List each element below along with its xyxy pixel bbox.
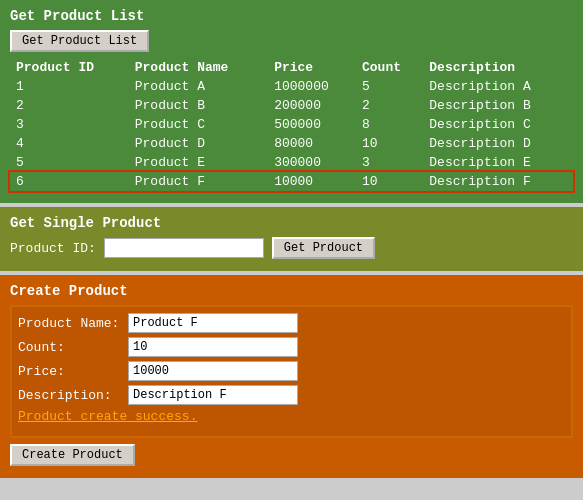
form-label: Product Name: — [18, 316, 128, 331]
form-row: Description: — [18, 385, 565, 405]
form-row: Product Name: — [18, 313, 565, 333]
col-header-id: Product ID — [10, 58, 129, 77]
col-header-price: Price — [268, 58, 356, 77]
form-label: Count: — [18, 340, 128, 355]
form-input-description[interactable] — [128, 385, 298, 405]
form-label: Description: — [18, 388, 128, 403]
table-row: 4Product D8000010Description D — [10, 134, 573, 153]
col-header-description: Description — [423, 58, 573, 77]
form-label: Price: — [18, 364, 128, 379]
get-product-list-button[interactable]: Get Product List — [10, 30, 149, 52]
product-id-label: Product ID: — [10, 241, 96, 256]
table-row: 3Product C5000008Description C — [10, 115, 573, 134]
get-product-button[interactable]: Get Prdouct — [272, 237, 375, 259]
get-product-list-section: Get Product List Get Product List Produc… — [0, 0, 583, 203]
get-product-list-title: Get Product List — [10, 8, 573, 24]
product-table: Product ID Product Name Price Count Desc… — [10, 58, 573, 191]
col-header-name: Product Name — [129, 58, 268, 77]
col-header-count: Count — [356, 58, 423, 77]
form-row: Count: — [18, 337, 565, 357]
table-row: 2Product B2000002Description B — [10, 96, 573, 115]
table-row: 6Product F1000010Description F — [10, 172, 573, 191]
table-row: 5Product E3000003Description E — [10, 153, 573, 172]
create-product-button[interactable]: Create Product — [10, 444, 135, 466]
form-row: Price: — [18, 361, 565, 381]
product-id-input[interactable] — [104, 238, 264, 258]
create-product-section: Create Product Product Name:Count:Price:… — [0, 275, 583, 478]
form-input-count[interactable] — [128, 337, 298, 357]
get-single-product-section: Get Single Product Product ID: Get Prdou… — [0, 207, 583, 271]
get-single-product-title: Get Single Product — [10, 215, 573, 231]
create-product-form: Product Name:Count:Price:Description: Pr… — [10, 305, 573, 438]
form-input-price[interactable] — [128, 361, 298, 381]
table-row: 1Product A10000005Description A — [10, 77, 573, 96]
form-input-productname[interactable] — [128, 313, 298, 333]
create-product-title: Create Product — [10, 283, 573, 299]
success-message: Product create success. — [18, 409, 565, 424]
